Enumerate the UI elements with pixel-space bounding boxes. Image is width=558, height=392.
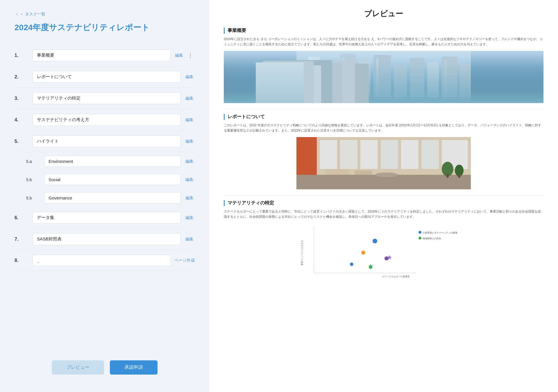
preview-button[interactable]: プレビュー xyxy=(52,360,104,375)
materiality-chart: 事業インパクトの大きさ ステークホルダーの重要度 人材育成とダイバーシティの推進… xyxy=(224,224,543,282)
svg-text:事業インパクトの大きさ: 事業インパクトの大きさ xyxy=(301,240,303,265)
svg-rect-5 xyxy=(343,57,345,103)
section-item-8: 8. _ ページ作成 xyxy=(15,250,195,271)
section-name-5a: Environment xyxy=(44,156,181,167)
svg-rect-3 xyxy=(323,62,337,103)
section-name-3: マテリアリティの特定 xyxy=(33,92,181,104)
svg-rect-30 xyxy=(326,169,349,175)
page-title: 2024年度サステナビリティレポート xyxy=(15,22,195,33)
svg-rect-1 xyxy=(308,57,320,103)
preview-text-report: このレポートは、2022 年度のサステナビリティ戦略についてのより詳細な情報を要… xyxy=(224,123,543,133)
preview-section-title-business: 事業概要 xyxy=(224,28,543,34)
edit-button-5b-social[interactable]: 編集 xyxy=(184,177,195,182)
section-item-5b-governance: 5.b Governance 編集 xyxy=(15,189,195,207)
section-number-4: 4. xyxy=(15,117,29,123)
svg-text:ステークホルダーの重要度: ステークホルダーの重要度 xyxy=(382,275,410,278)
create-page-button[interactable]: ページ作成 xyxy=(174,258,195,263)
preview-title: プレビュー xyxy=(224,9,543,19)
section-name-5b-governance: Governance xyxy=(44,192,181,204)
svg-rect-11 xyxy=(427,62,439,103)
section-name-7: SASB対照表 xyxy=(33,233,181,245)
svg-rect-10 xyxy=(410,58,424,103)
edit-button-7[interactable]: 編集 xyxy=(184,237,195,242)
section-number-3: 3. xyxy=(15,96,29,101)
section-number-6: 6. xyxy=(15,215,29,220)
svg-point-49 xyxy=(419,231,421,234)
section-item-5b-social: 5.b Social 編集 xyxy=(15,170,195,189)
right-panel: プレビュー 事業概要 2024年に設立されたきも きも コーポレーションのミッシ… xyxy=(209,0,558,392)
edit-button-5a[interactable]: 編集 xyxy=(184,159,195,164)
back-link[interactable]: ＜ ＜ タスク一覧 xyxy=(15,12,195,17)
approve-button[interactable]: 承認申請 xyxy=(110,360,158,375)
svg-point-51 xyxy=(419,237,421,240)
svg-rect-15 xyxy=(296,97,471,103)
office-svg xyxy=(224,137,543,189)
edit-button-6[interactable]: 編集 xyxy=(184,215,195,220)
svg-rect-23 xyxy=(340,140,357,169)
section-name-1: 事業概要 xyxy=(33,49,170,61)
svg-rect-24 xyxy=(360,140,378,169)
svg-rect-13 xyxy=(445,60,446,103)
svg-point-43 xyxy=(361,251,365,255)
section-item-6: 6. データ集 編集 xyxy=(15,207,195,229)
edit-button-1[interactable]: 編集 xyxy=(174,53,184,58)
svg-point-45 xyxy=(350,262,353,266)
section-number-2: 2. xyxy=(15,74,29,80)
section-name-5: ハイライト xyxy=(33,135,181,147)
svg-text:地域環境との共生: 地域環境との共生 xyxy=(422,237,441,240)
svg-rect-8 xyxy=(376,58,378,103)
svg-rect-6 xyxy=(359,60,371,103)
svg-rect-25 xyxy=(381,140,398,169)
preview-image-office xyxy=(224,137,543,189)
svg-rect-7 xyxy=(373,55,391,103)
section-item-7: 7. SASB対照表 編集 xyxy=(15,229,195,250)
section-name-4: サステナビリティの考え方 xyxy=(33,114,181,126)
preview-text-materiality: ステークホルダーにとって重要であると同時に、市社にとって経営インパクトの大きい課… xyxy=(224,209,543,219)
section-number-7: 7. xyxy=(15,237,29,242)
section-item-5: 5. ハイライト 編集 xyxy=(15,131,195,152)
divider-1 xyxy=(224,109,543,109)
left-panel: ＜ ＜ タスク一覧 2024年度サステナビリティレポート 1. 事業概要 編集 … xyxy=(0,0,209,392)
section-name-8: _ xyxy=(33,255,171,266)
section-number-8: 8. xyxy=(15,258,29,263)
section-item-5a: 5.a Environment 編集 xyxy=(15,152,195,170)
edit-button-5[interactable]: 編集 xyxy=(184,139,195,144)
svg-rect-31 xyxy=(355,170,372,175)
bottom-buttons: プレビュー 承認申請 xyxy=(15,349,195,380)
section-item-4: 4. サステナビリティの考え方 編集 xyxy=(15,109,195,131)
preview-section-title-report: レポートについて xyxy=(224,114,543,120)
svg-rect-12 xyxy=(442,57,458,103)
svg-rect-22 xyxy=(320,140,337,169)
city-building-image xyxy=(224,51,543,103)
divider-2 xyxy=(224,195,543,195)
edit-button-2[interactable]: 編集 xyxy=(184,74,195,80)
svg-point-18 xyxy=(363,93,370,102)
svg-rect-2 xyxy=(311,60,312,103)
edit-button-4[interactable]: 編集 xyxy=(184,117,195,123)
section-item-3: 3. マテリアリティの特定 編集 xyxy=(15,88,195,109)
preview-image-city xyxy=(224,51,543,103)
svg-rect-27 xyxy=(421,140,439,169)
section-number-5: 5. xyxy=(15,139,29,144)
svg-rect-34 xyxy=(446,173,449,178)
svg-rect-36 xyxy=(458,174,460,178)
section-number-5b-governance: 5.b xyxy=(26,196,41,200)
section-name-5b-social: Social xyxy=(44,174,181,185)
back-arrow-icon: ＜ xyxy=(15,12,19,17)
back-link-label: ＜ タスク一覧 xyxy=(20,12,45,17)
city-svg xyxy=(224,51,543,103)
section-name-6: データ集 xyxy=(33,212,181,224)
more-button-1[interactable]: ⋮ xyxy=(188,52,195,59)
section-number-5b-social: 5.b xyxy=(26,177,41,182)
edit-button-3[interactable]: 編集 xyxy=(184,96,195,101)
svg-rect-4 xyxy=(340,54,356,103)
edit-button-5b-governance[interactable]: 編集 xyxy=(184,195,195,201)
preview-text-business: 2024年に設立されたきも きも コーポレーションのミッションは、人々に力やチマ… xyxy=(224,37,543,47)
preview-section-title-materiality: マテリアリティの特定 xyxy=(224,200,543,206)
svg-point-32 xyxy=(375,172,398,177)
section-item-2: 2. レポートについて 編集 xyxy=(15,66,195,88)
svg-text:人材育成とダイバーシティの推進: 人材育成とダイバーシティの推進 xyxy=(423,231,457,234)
svg-rect-17 xyxy=(334,96,335,103)
svg-rect-14 xyxy=(459,64,471,103)
svg-rect-26 xyxy=(401,140,419,169)
